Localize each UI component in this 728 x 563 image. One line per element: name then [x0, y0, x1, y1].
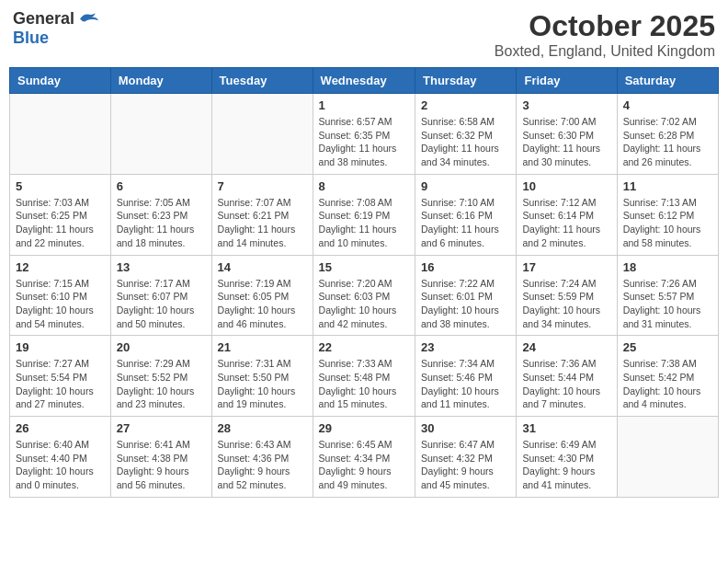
calendar-cell: 11Sunrise: 7:13 AM Sunset: 6:12 PM Dayli… [617, 174, 718, 255]
calendar-cell: 12Sunrise: 7:15 AM Sunset: 6:10 PM Dayli… [10, 255, 111, 336]
day-number: 12 [16, 260, 105, 274]
calendar-cell: 30Sunrise: 6:47 AM Sunset: 4:32 PM Dayli… [415, 417, 517, 498]
calendar-cell: 22Sunrise: 7:33 AM Sunset: 5:48 PM Dayli… [313, 336, 415, 417]
calendar-cell: 29Sunrise: 6:45 AM Sunset: 4:34 PM Dayli… [313, 417, 415, 498]
day-info: Sunrise: 6:57 AM Sunset: 6:35 PM Dayligh… [319, 115, 409, 169]
day-number: 1 [319, 98, 409, 112]
calendar-cell: 8Sunrise: 7:08 AM Sunset: 6:19 PM Daylig… [313, 174, 415, 255]
calendar-week-4: 19Sunrise: 7:27 AM Sunset: 5:54 PM Dayli… [10, 336, 719, 417]
day-info: Sunrise: 6:58 AM Sunset: 6:32 PM Dayligh… [421, 115, 510, 169]
day-number: 26 [16, 421, 105, 435]
day-number: 5 [16, 179, 105, 193]
calendar-cell: 5Sunrise: 7:03 AM Sunset: 6:25 PM Daylig… [10, 174, 111, 255]
day-number: 8 [319, 179, 409, 193]
day-info: Sunrise: 6:41 AM Sunset: 4:38 PM Dayligh… [117, 438, 206, 492]
calendar-header-wednesday: Wednesday [313, 68, 415, 94]
day-info: Sunrise: 7:33 AM Sunset: 5:48 PM Dayligh… [319, 357, 409, 411]
day-number: 16 [421, 260, 510, 274]
calendar-cell [110, 94, 211, 175]
day-number: 6 [117, 179, 206, 193]
day-info: Sunrise: 7:05 AM Sunset: 6:23 PM Dayligh… [117, 196, 206, 250]
calendar-cell: 23Sunrise: 7:34 AM Sunset: 5:46 PM Dayli… [415, 336, 517, 417]
day-info: Sunrise: 7:26 AM Sunset: 5:57 PM Dayligh… [623, 277, 712, 331]
calendar-cell: 17Sunrise: 7:24 AM Sunset: 5:59 PM Dayli… [517, 255, 617, 336]
calendar-header-sunday: Sunday [10, 68, 111, 94]
day-number: 30 [421, 421, 510, 435]
calendar-cell: 26Sunrise: 6:40 AM Sunset: 4:40 PM Dayli… [10, 417, 111, 498]
day-number: 28 [218, 421, 307, 435]
day-number: 25 [623, 340, 712, 354]
calendar-cell: 6Sunrise: 7:05 AM Sunset: 6:23 PM Daylig… [110, 174, 211, 255]
day-number: 11 [623, 179, 712, 193]
day-info: Sunrise: 7:02 AM Sunset: 6:28 PM Dayligh… [623, 115, 712, 169]
day-info: Sunrise: 7:08 AM Sunset: 6:19 PM Dayligh… [319, 196, 409, 250]
day-info: Sunrise: 7:07 AM Sunset: 6:21 PM Dayligh… [218, 196, 307, 250]
logo-bird-icon [76, 10, 98, 29]
day-number: 20 [117, 340, 206, 354]
day-info: Sunrise: 7:29 AM Sunset: 5:52 PM Dayligh… [117, 357, 206, 411]
day-info: Sunrise: 6:49 AM Sunset: 4:30 PM Dayligh… [522, 438, 610, 492]
calendar-cell: 9Sunrise: 7:10 AM Sunset: 6:16 PM Daylig… [415, 174, 517, 255]
calendar-cell: 13Sunrise: 7:17 AM Sunset: 6:07 PM Dayli… [110, 255, 211, 336]
day-number: 17 [522, 260, 610, 274]
logo: General Blue [13, 9, 98, 48]
calendar-cell: 28Sunrise: 6:43 AM Sunset: 4:36 PM Dayli… [211, 417, 313, 498]
day-info: Sunrise: 7:13 AM Sunset: 6:12 PM Dayligh… [623, 196, 712, 250]
day-info: Sunrise: 7:38 AM Sunset: 5:42 PM Dayligh… [623, 357, 712, 411]
day-info: Sunrise: 7:27 AM Sunset: 5:54 PM Dayligh… [16, 357, 105, 411]
day-number: 21 [218, 340, 307, 354]
day-number: 19 [16, 340, 105, 354]
day-number: 7 [218, 179, 307, 193]
day-number: 27 [117, 421, 206, 435]
day-number: 4 [623, 98, 712, 112]
calendar-table: SundayMondayTuesdayWednesdayThursdayFrid… [9, 67, 719, 498]
calendar-cell: 14Sunrise: 7:19 AM Sunset: 6:05 PM Dayli… [211, 255, 313, 336]
day-info: Sunrise: 7:17 AM Sunset: 6:07 PM Dayligh… [117, 277, 206, 331]
calendar-cell [211, 94, 313, 175]
day-info: Sunrise: 6:47 AM Sunset: 4:32 PM Dayligh… [421, 438, 510, 492]
calendar-cell: 10Sunrise: 7:12 AM Sunset: 6:14 PM Dayli… [517, 174, 617, 255]
calendar-cell: 15Sunrise: 7:20 AM Sunset: 6:03 PM Dayli… [313, 255, 415, 336]
calendar-cell: 27Sunrise: 6:41 AM Sunset: 4:38 PM Dayli… [110, 417, 211, 498]
day-number: 13 [117, 260, 206, 274]
day-number: 29 [319, 421, 409, 435]
calendar-week-3: 12Sunrise: 7:15 AM Sunset: 6:10 PM Dayli… [10, 255, 719, 336]
calendar-header-thursday: Thursday [415, 68, 517, 94]
day-number: 14 [218, 260, 307, 274]
calendar-week-5: 26Sunrise: 6:40 AM Sunset: 4:40 PM Dayli… [10, 417, 719, 498]
title-block: October 2025 Boxted, England, United Kin… [495, 9, 715, 60]
calendar-cell: 4Sunrise: 7:02 AM Sunset: 6:28 PM Daylig… [617, 94, 718, 175]
calendar-cell: 20Sunrise: 7:29 AM Sunset: 5:52 PM Dayli… [110, 336, 211, 417]
day-info: Sunrise: 6:40 AM Sunset: 4:40 PM Dayligh… [16, 438, 105, 492]
calendar-week-2: 5Sunrise: 7:03 AM Sunset: 6:25 PM Daylig… [10, 174, 719, 255]
calendar-cell: 18Sunrise: 7:26 AM Sunset: 5:57 PM Dayli… [617, 255, 718, 336]
calendar-cell: 3Sunrise: 7:00 AM Sunset: 6:30 PM Daylig… [517, 94, 617, 175]
day-number: 18 [623, 260, 712, 274]
day-number: 31 [522, 421, 610, 435]
day-info: Sunrise: 7:10 AM Sunset: 6:16 PM Dayligh… [421, 196, 510, 250]
day-info: Sunrise: 6:43 AM Sunset: 4:36 PM Dayligh… [218, 438, 307, 492]
calendar-cell: 19Sunrise: 7:27 AM Sunset: 5:54 PM Dayli… [10, 336, 111, 417]
day-info: Sunrise: 7:19 AM Sunset: 6:05 PM Dayligh… [218, 277, 307, 331]
day-info: Sunrise: 7:03 AM Sunset: 6:25 PM Dayligh… [16, 196, 105, 250]
month-title: October 2025 [495, 9, 715, 43]
day-info: Sunrise: 7:12 AM Sunset: 6:14 PM Dayligh… [522, 196, 610, 250]
location-title: Boxted, England, United Kingdom [495, 43, 715, 60]
day-info: Sunrise: 7:34 AM Sunset: 5:46 PM Dayligh… [421, 357, 510, 411]
logo-general-text: General [13, 9, 74, 29]
calendar-cell: 16Sunrise: 7:22 AM Sunset: 6:01 PM Dayli… [415, 255, 517, 336]
calendar-cell: 21Sunrise: 7:31 AM Sunset: 5:50 PM Dayli… [211, 336, 313, 417]
calendar-header-saturday: Saturday [617, 68, 718, 94]
calendar-cell: 1Sunrise: 6:57 AM Sunset: 6:35 PM Daylig… [313, 94, 415, 175]
day-info: Sunrise: 7:31 AM Sunset: 5:50 PM Dayligh… [218, 357, 307, 411]
logo-blue-text: Blue [13, 29, 49, 48]
calendar-cell: 24Sunrise: 7:36 AM Sunset: 5:44 PM Dayli… [517, 336, 617, 417]
calendar-cell [617, 417, 718, 498]
calendar-cell: 7Sunrise: 7:07 AM Sunset: 6:21 PM Daylig… [211, 174, 313, 255]
day-number: 15 [319, 260, 409, 274]
calendar-cell: 25Sunrise: 7:38 AM Sunset: 5:42 PM Dayli… [617, 336, 718, 417]
day-number: 10 [522, 179, 610, 193]
day-number: 2 [421, 98, 510, 112]
calendar-cell: 31Sunrise: 6:49 AM Sunset: 4:30 PM Dayli… [517, 417, 617, 498]
day-number: 9 [421, 179, 510, 193]
